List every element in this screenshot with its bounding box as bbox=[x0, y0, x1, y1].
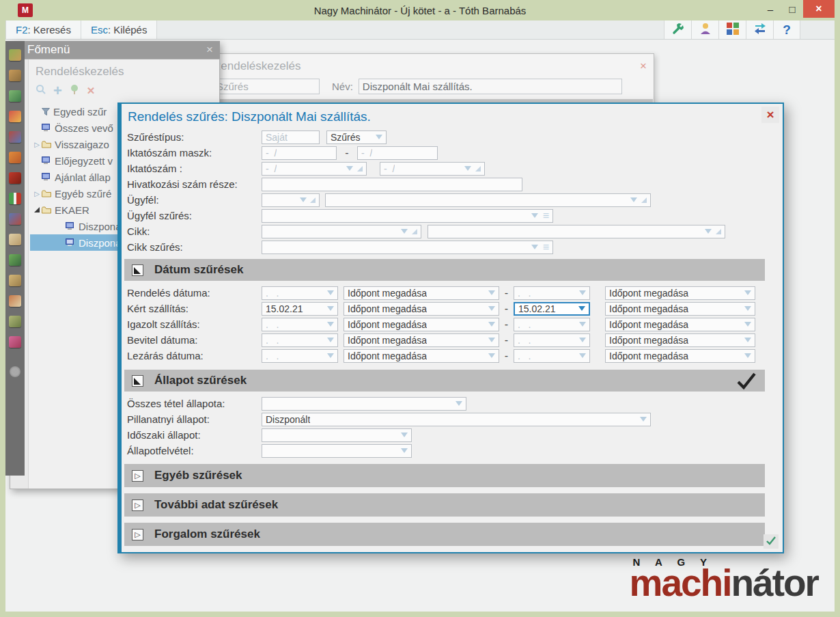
dropdown-arrow-icon[interactable] bbox=[488, 306, 495, 311]
collapse-toggle[interactable] bbox=[132, 264, 143, 276]
dropdown-arrow-icon[interactable] bbox=[744, 290, 751, 295]
launcher-icon[interactable] bbox=[9, 213, 21, 225]
article-name-combo[interactable] bbox=[428, 225, 725, 238]
customer-filter-input[interactable]: ≡ bbox=[262, 209, 553, 223]
modules-button[interactable] bbox=[718, 20, 746, 39]
launcher-icon[interactable] bbox=[9, 295, 21, 307]
additional-data-filters-section-header[interactable]: ▷ További adat szűrések bbox=[124, 493, 765, 517]
dropdown-arrow-icon[interactable] bbox=[488, 322, 495, 327]
date-to-combo[interactable]: . . bbox=[514, 286, 590, 300]
filter-type-combo[interactable]: Szűrés bbox=[326, 131, 387, 144]
time-from-combo[interactable]: Időpont megadása bbox=[344, 333, 499, 347]
dropdown-arrow-icon[interactable] bbox=[488, 353, 495, 358]
dropdown-arrow-icon[interactable] bbox=[327, 306, 334, 311]
time-from-combo[interactable]: Időpont megadása bbox=[344, 318, 499, 331]
launcher-icon[interactable] bbox=[9, 70, 21, 81]
resize-grip-icon[interactable] bbox=[412, 229, 417, 234]
time-to-combo[interactable]: Időpont megadása bbox=[605, 333, 755, 347]
launcher-icon[interactable] bbox=[9, 152, 21, 163]
dropdown-arrow-icon[interactable] bbox=[579, 290, 586, 295]
filter-type-owner-field[interactable]: Saját bbox=[262, 131, 320, 144]
all-items-status-combo[interactable] bbox=[262, 397, 466, 411]
dropdown-arrow-icon[interactable] bbox=[327, 290, 334, 295]
dropdown-arrow-icon[interactable] bbox=[640, 417, 647, 422]
fomenu-titlebar[interactable]: Főmenü × bbox=[10, 41, 220, 59]
delete-icon[interactable]: ✕ bbox=[87, 85, 96, 97]
collapse-toggle[interactable]: ▷ bbox=[132, 499, 143, 511]
date-to-combo-focused[interactable]: 15.02.21 bbox=[514, 302, 590, 316]
search-icon[interactable] bbox=[36, 84, 46, 98]
launcher-icon[interactable] bbox=[9, 316, 21, 327]
settings-button[interactable] bbox=[664, 20, 691, 39]
exit-tab[interactable]: Esc : Kilépés bbox=[81, 20, 158, 39]
dropdown-arrow-icon[interactable] bbox=[401, 448, 408, 453]
launcher-icon[interactable] bbox=[9, 90, 21, 102]
date-from-combo[interactable]: . . bbox=[262, 286, 338, 300]
dropdown-arrow-icon[interactable] bbox=[376, 135, 382, 139]
date-to-combo[interactable]: . . bbox=[514, 333, 590, 347]
close-button[interactable]: × bbox=[803, 0, 835, 18]
launcher-icon[interactable] bbox=[9, 193, 21, 204]
chevron-expanded-icon[interactable] bbox=[34, 207, 40, 212]
time-from-combo[interactable]: Időpont megadása bbox=[344, 286, 499, 300]
dropdown-arrow-icon[interactable] bbox=[630, 197, 637, 202]
time-to-combo[interactable]: Időpont megadása bbox=[605, 286, 755, 300]
rendeleskezeles-close-icon[interactable]: × bbox=[640, 59, 647, 73]
tree-icon[interactable] bbox=[69, 84, 80, 98]
dropdown-arrow-icon[interactable] bbox=[327, 353, 334, 358]
collapse-toggle[interactable] bbox=[132, 375, 143, 387]
dropdown-arrow-icon[interactable] bbox=[531, 245, 538, 249]
dropdown-arrow-icon[interactable] bbox=[744, 353, 751, 358]
date-from-combo[interactable]: . . bbox=[262, 349, 338, 363]
dropdown-arrow-icon[interactable] bbox=[744, 306, 751, 311]
dropdown-arrow-icon[interactable] bbox=[488, 338, 495, 342]
dropdown-arrow-icon[interactable] bbox=[300, 197, 307, 202]
time-to-combo[interactable]: Időpont megadása bbox=[605, 349, 755, 363]
resize-grip-icon[interactable] bbox=[310, 197, 316, 203]
time-from-combo[interactable]: Időpont megadása bbox=[344, 349, 499, 363]
dropdown-arrow-icon[interactable] bbox=[456, 401, 462, 406]
dropdown-arrow-icon[interactable] bbox=[464, 166, 471, 171]
maximize-button[interactable]: □ bbox=[781, 0, 803, 18]
dropdown-arrow-icon[interactable] bbox=[578, 306, 585, 311]
dropdown-arrow-icon[interactable] bbox=[401, 433, 408, 437]
user-button[interactable] bbox=[691, 20, 718, 39]
dropdown-arrow-icon[interactable] bbox=[579, 338, 586, 342]
fomenu-close-icon[interactable]: × bbox=[206, 43, 213, 57]
launcher-icon[interactable] bbox=[9, 336, 21, 348]
article-code-combo[interactable] bbox=[262, 225, 421, 238]
registry-number-from-combo[interactable]: - / bbox=[262, 162, 367, 176]
customer-code-combo[interactable] bbox=[262, 193, 320, 207]
dropdown-arrow-icon[interactable] bbox=[327, 338, 334, 342]
dropdown-arrow-icon[interactable] bbox=[744, 338, 751, 342]
dropdown-arrow-icon[interactable] bbox=[327, 322, 334, 327]
date-from-combo[interactable]: 15.02.21 bbox=[262, 302, 338, 316]
collapse-toggle[interactable]: ▷ bbox=[132, 529, 143, 540]
launcher-icon[interactable] bbox=[9, 234, 21, 245]
date-to-combo[interactable]: . . bbox=[514, 318, 590, 331]
time-from-combo[interactable]: Időpont megadása bbox=[344, 302, 499, 316]
collapse-toggle[interactable]: ▷ bbox=[132, 470, 143, 482]
dropdown-arrow-icon[interactable] bbox=[579, 353, 586, 358]
minimize-button[interactable]: – bbox=[759, 0, 781, 18]
resize-grip-icon[interactable] bbox=[475, 166, 481, 172]
registry-number-to-combo[interactable]: - / bbox=[380, 162, 485, 176]
dropdown-arrow-icon[interactable] bbox=[705, 229, 712, 234]
other-filters-section-header[interactable]: ▷ Egyéb szűrések bbox=[124, 464, 765, 487]
resize-grip-icon[interactable] bbox=[641, 197, 647, 203]
launcher-icon[interactable] bbox=[9, 254, 21, 266]
status-record-combo[interactable] bbox=[262, 444, 412, 458]
switch-button[interactable] bbox=[746, 20, 773, 39]
dropdown-arrow-icon[interactable] bbox=[488, 290, 495, 295]
date-from-combo[interactable]: . . bbox=[262, 318, 338, 331]
registry-mask-from-field[interactable]: - / bbox=[262, 146, 337, 160]
chevron-right-icon[interactable]: ▷ bbox=[32, 190, 42, 197]
launcher-icon[interactable] bbox=[9, 111, 21, 122]
date-from-combo[interactable]: . . bbox=[262, 333, 338, 347]
customer-name-combo[interactable] bbox=[325, 193, 651, 207]
launcher-icon[interactable] bbox=[9, 131, 21, 143]
status-filters-section-header[interactable]: Állapot szűrések bbox=[124, 370, 765, 392]
resize-grip-icon[interactable] bbox=[716, 229, 721, 234]
dropdown-arrow-icon[interactable] bbox=[346, 166, 353, 171]
launcher-icon[interactable] bbox=[9, 49, 21, 61]
